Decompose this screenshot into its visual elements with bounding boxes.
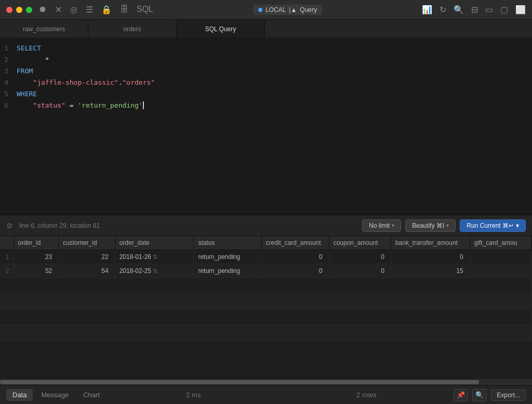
- table-header-row: order_id customer_id order_date status c…: [0, 236, 532, 250]
- results-table-scroll[interactable]: order_id customer_id order_date status c…: [0, 236, 532, 378]
- tabbar: raw_customers orders SQL Query: [0, 20, 532, 38]
- split-v-icon[interactable]: ▭: [485, 5, 493, 15]
- connection-indicator: [258, 8, 262, 12]
- cell-bank: 15: [391, 264, 470, 278]
- bottom-actions: 📌 🔍 Export...: [454, 389, 526, 401]
- cell-coupon: 0: [329, 264, 391, 278]
- tab-message[interactable]: Message: [35, 389, 75, 401]
- cell-order-date: 2018-01-26 ⇅: [115, 250, 194, 264]
- editor-statusbar: ⚙ line 6, column 29, location 81 No limi…: [0, 215, 532, 236]
- editor-content[interactable]: 1 SELECT 2 * 3 FROM 4 "jaffle-shop-class…: [0, 38, 532, 215]
- chevron-down-icon: ▾: [446, 223, 449, 228]
- code-line-2: 2 *: [0, 54, 532, 66]
- maximize-button[interactable]: [26, 7, 32, 13]
- tab-raw-customers[interactable]: raw_customers: [0, 20, 88, 38]
- col-header-bank: bank_transfer_amount: [391, 236, 470, 250]
- sql-label: SQL: [137, 5, 153, 15]
- pin-icon: 📌: [457, 391, 465, 399]
- sql-editor[interactable]: 1 SELECT 2 * 3 FROM 4 "jaffle-shop-class…: [0, 38, 532, 215]
- connection-badge[interactable]: LOCAL |▲ Query: [253, 5, 322, 15]
- tab-chart[interactable]: Chart: [77, 389, 106, 401]
- code-line-4: 4 "jaffle-shop-classic"."orders": [0, 77, 532, 88]
- titlebar: ⏺ ✕ ◎ ☰ 🔒 🗄 SQL LOCAL |▲ Query 📊 ↻ 🔍 ⊟ ▭…: [0, 0, 532, 20]
- titlebar-left-icons: ⏺ ✕ ◎ ☰ 🔒 🗄 SQL: [38, 5, 153, 15]
- chart-icon[interactable]: 📊: [422, 5, 432, 15]
- cell-bank: 0: [391, 250, 470, 264]
- row-number: 2: [0, 264, 14, 278]
- connection-label: LOCAL: [265, 6, 286, 14]
- eye-icon[interactable]: ◎: [70, 5, 77, 15]
- query-label: Query: [300, 6, 317, 14]
- table-row-empty: [0, 294, 532, 309]
- cursor-position: line 6, column 29, location 81: [19, 222, 358, 229]
- col-header-customer-id: customer_id: [59, 236, 115, 250]
- lines-icon[interactable]: ☰: [86, 5, 93, 15]
- cell-gift: [470, 264, 531, 278]
- scrollbar-thumb[interactable]: [0, 380, 479, 384]
- col-header-gift: gift_card_amou: [470, 236, 531, 250]
- col-header-credit: credit_card_amount: [261, 236, 329, 250]
- pin-button[interactable]: 📌: [454, 389, 468, 401]
- col-header-order-date: order_date: [115, 236, 194, 250]
- code-line-1: 1 SELECT: [0, 43, 532, 54]
- table-row-empty: [0, 309, 532, 325]
- code-line-3: 3 FROM: [0, 66, 532, 77]
- col-header-order-id: order_id: [14, 236, 59, 250]
- search-icon: 🔍: [475, 391, 484, 399]
- cell-order-date: 2018-02-25 ⇅: [115, 264, 194, 278]
- table-row-empty: [0, 325, 532, 341]
- minimize-button[interactable]: [16, 7, 22, 13]
- search-button[interactable]: 🔍: [472, 389, 487, 401]
- cell-order-id: 23: [14, 250, 59, 264]
- chevron-down-icon: ▾: [516, 222, 519, 229]
- search-icon[interactable]: 🔍: [454, 5, 464, 15]
- layout-icon[interactable]: ▢: [500, 5, 508, 15]
- run-button[interactable]: Run Current ⌘↵ ▾: [460, 219, 526, 232]
- close-button[interactable]: [6, 7, 12, 13]
- cell-credit: 0: [261, 264, 329, 278]
- cell-coupon: 0: [329, 250, 391, 264]
- tab-data[interactable]: Data: [6, 389, 33, 401]
- code-line-6: 6 "status" = 'return_pending'​: [0, 100, 532, 111]
- settings-icon[interactable]: ⚙: [6, 221, 13, 230]
- col-header-status: status: [194, 236, 261, 250]
- table-row: 2 52 54 2018-02-25 ⇅ return_pending 0 0 …: [0, 264, 532, 278]
- record-icon[interactable]: ⏺: [38, 5, 47, 15]
- horizontal-scrollbar[interactable]: [0, 378, 532, 385]
- tab-sql-query[interactable]: SQL Query: [177, 20, 265, 38]
- chevron-down-icon: ▾: [392, 223, 394, 228]
- traffic-lights: [6, 7, 32, 13]
- cell-customer-id: 22: [59, 250, 115, 264]
- close-circle-icon[interactable]: ✕: [55, 5, 62, 15]
- pipe-separator: |▲: [289, 6, 297, 14]
- code-line-5: 5 WHERE: [0, 88, 532, 100]
- window-icon[interactable]: ⬜: [515, 5, 526, 15]
- table-row-empty: [0, 278, 532, 294]
- no-limit-button[interactable]: No limit ▾: [362, 219, 401, 232]
- cell-customer-id: 54: [59, 264, 115, 278]
- results-table: order_id customer_id order_date status c…: [0, 236, 532, 341]
- export-button[interactable]: Export...: [491, 389, 526, 401]
- cell-status: return_pending: [194, 264, 261, 278]
- beautify-button[interactable]: Beautify ⌘I ▾: [405, 219, 456, 232]
- refresh-icon[interactable]: ↻: [440, 5, 446, 15]
- bottombar: Data Message Chart 2 ms 2 rows 📌 🔍 Expor…: [0, 385, 532, 404]
- database-icon[interactable]: 🗄: [120, 5, 128, 15]
- split-h-icon[interactable]: ⊟: [471, 5, 478, 15]
- results-pane: order_id customer_id order_date status c…: [0, 236, 532, 385]
- cell-status: return_pending: [194, 250, 261, 264]
- cell-gift: [470, 250, 531, 264]
- row-number: 1: [0, 250, 14, 264]
- table-row: 1 23 22 2018-01-26 ⇅ return_pending 0 0 …: [0, 250, 532, 264]
- titlebar-center: LOCAL |▲ Query: [253, 5, 322, 15]
- col-header-coupon: coupon_amount: [329, 236, 391, 250]
- row-num-header: [0, 236, 14, 250]
- rows-count: 2 rows: [281, 391, 452, 399]
- cell-credit: 0: [261, 250, 329, 264]
- cell-order-id: 52: [14, 264, 59, 278]
- lock-icon[interactable]: 🔒: [101, 5, 112, 15]
- tab-orders[interactable]: orders: [88, 20, 177, 38]
- titlebar-right-icons: 📊 ↻ 🔍 ⊟ ▭ ▢ ⬜: [422, 5, 526, 15]
- timing-stats: 2 ms: [108, 391, 279, 399]
